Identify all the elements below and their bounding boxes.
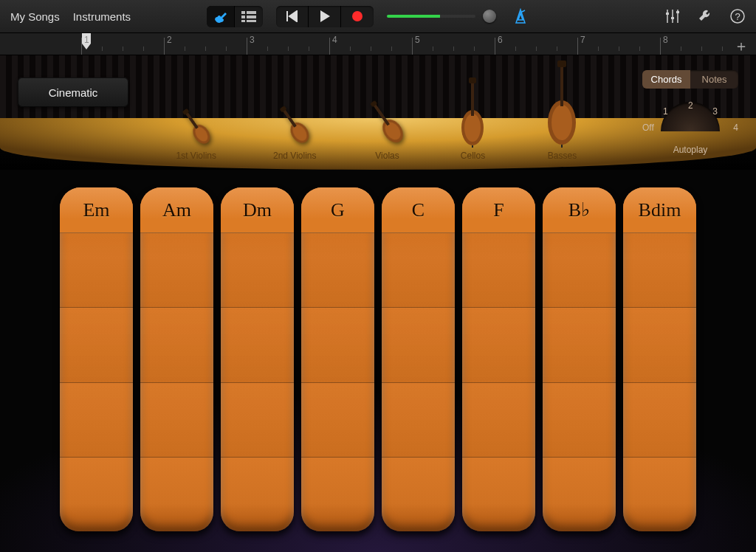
chord-label[interactable]: Dm: [221, 187, 294, 233]
chord-pad[interactable]: [140, 458, 213, 531]
svg-rect-26: [372, 103, 390, 126]
chord-pad[interactable]: [60, 383, 133, 458]
svg-rect-11: [666, 13, 669, 15]
section-violas[interactable]: Violas: [373, 97, 401, 161]
chord-pad[interactable]: [140, 233, 213, 308]
section-label: Violas: [375, 151, 399, 161]
chord-pad[interactable]: [60, 308, 133, 382]
autoplay-dial[interactable]: Off 1 2 3 4 Autoplay: [642, 102, 738, 153]
bar-number: 8: [663, 35, 668, 45]
chord-pad[interactable]: [140, 308, 213, 382]
wrench-icon[interactable]: [697, 8, 713, 24]
chord-strip[interactable]: Bdim: [623, 187, 696, 531]
chord-label[interactable]: B♭: [543, 187, 616, 233]
chord-pad[interactable]: [60, 458, 133, 531]
instrument-view-button[interactable]: [207, 6, 235, 27]
chord-label[interactable]: F: [462, 187, 535, 233]
chord-pad[interactable]: [301, 308, 374, 382]
section-1st-violins[interactable]: 1st Violins: [176, 106, 216, 161]
chord-pad[interactable]: [543, 233, 616, 308]
svg-point-34: [551, 105, 572, 140]
mixer-icon[interactable]: [664, 9, 681, 24]
preset-selector[interactable]: Cinematic: [18, 77, 128, 107]
chord-strip[interactable]: Dm: [221, 187, 294, 531]
svg-rect-4: [241, 20, 245, 22]
chord-pad[interactable]: [462, 308, 535, 382]
svg-rect-36: [557, 61, 566, 67]
tracks-view-button[interactable]: [235, 6, 263, 27]
timeline-ruler[interactable]: 1 2 3 4 5 6 7 8 ＋: [0, 33, 756, 55]
master-volume-knob[interactable]: [483, 10, 496, 23]
chord-pad[interactable]: [301, 383, 374, 458]
view-segmented: [207, 6, 263, 27]
chord-label[interactable]: Am: [140, 187, 213, 233]
section-label: Basses: [548, 151, 577, 161]
bar-number: 6: [498, 35, 503, 45]
section-2nd-violins[interactable]: 2nd Violins: [273, 103, 317, 161]
add-section-button[interactable]: ＋: [734, 36, 749, 56]
dial-label: 1: [663, 106, 668, 117]
dial-label: 2: [688, 100, 693, 111]
section-cellos[interactable]: Cellos: [458, 77, 487, 161]
chord-pad[interactable]: [462, 233, 535, 308]
rewind-button[interactable]: [276, 6, 309, 27]
chords-notes-segmented: Chords Notes: [642, 70, 738, 89]
dial-label: 4: [733, 123, 738, 133]
chords-mode-button[interactable]: Chords: [642, 70, 690, 89]
chord-pad[interactable]: [623, 308, 696, 382]
chord-pad[interactable]: [543, 383, 616, 458]
chord-pad[interactable]: [623, 458, 696, 531]
chord-label[interactable]: C: [382, 187, 455, 233]
chord-strip[interactable]: B♭: [543, 187, 616, 531]
chord-pad[interactable]: [221, 308, 294, 382]
section-label: 1st Violins: [176, 151, 216, 161]
chord-strip[interactable]: F: [462, 187, 535, 531]
chord-pad[interactable]: [543, 458, 616, 531]
chord-label[interactable]: Bdim: [623, 187, 696, 233]
chord-pad[interactable]: [140, 383, 213, 458]
chord-strip[interactable]: C: [382, 187, 455, 531]
chord-pad[interactable]: [382, 233, 455, 308]
my-songs-link[interactable]: My Songs: [10, 10, 60, 23]
chord-label[interactable]: G: [301, 187, 374, 233]
master-volume-slider[interactable]: [387, 15, 475, 18]
help-icon[interactable]: ?: [729, 8, 746, 24]
cello-icon: [458, 77, 487, 148]
preset-name: Cinematic: [49, 86, 98, 99]
record-button[interactable]: [341, 6, 374, 27]
chord-pad[interactable]: [382, 458, 455, 531]
svg-rect-31: [469, 77, 476, 83]
chord-pad[interactable]: [60, 233, 133, 308]
instrument-sections: 1st Violins 2nd Violins Violas Cellos Ba…: [148, 70, 608, 161]
play-button[interactable]: [309, 6, 341, 27]
section-basses[interactable]: Basses: [544, 61, 580, 161]
chord-strip[interactable]: Am: [140, 187, 213, 531]
chord-pad[interactable]: [623, 383, 696, 458]
metronome-icon[interactable]: [512, 8, 529, 24]
chord-pad[interactable]: [543, 308, 616, 382]
dial-label: 3: [712, 106, 718, 117]
chord-pad[interactable]: [221, 458, 294, 531]
chord-strip[interactable]: Em: [60, 187, 133, 531]
svg-rect-0: [241, 11, 245, 14]
record-icon: [351, 10, 364, 23]
chord-pad[interactable]: [462, 458, 535, 531]
bar-number: 4: [332, 35, 337, 45]
instruments-link[interactable]: Instruments: [73, 10, 131, 23]
chord-pad[interactable]: [382, 383, 455, 458]
bar-number: 5: [415, 35, 420, 45]
chord-pad[interactable]: [301, 458, 374, 531]
chord-pad[interactable]: [462, 383, 535, 458]
chord-pad[interactable]: [382, 308, 455, 382]
notes-mode-button[interactable]: Notes: [690, 70, 738, 89]
chord-pad[interactable]: [221, 383, 294, 458]
chord-label[interactable]: Em: [60, 187, 133, 233]
chord-strip[interactable]: G: [301, 187, 374, 531]
chord-pad[interactable]: [623, 233, 696, 308]
autoplay-label: Autoplay: [642, 145, 738, 155]
play-icon: [319, 10, 331, 23]
chord-pad[interactable]: [301, 233, 374, 308]
section-label: 2nd Violins: [273, 151, 317, 161]
chord-pad[interactable]: [221, 233, 294, 308]
violin-icon: [272, 100, 317, 151]
